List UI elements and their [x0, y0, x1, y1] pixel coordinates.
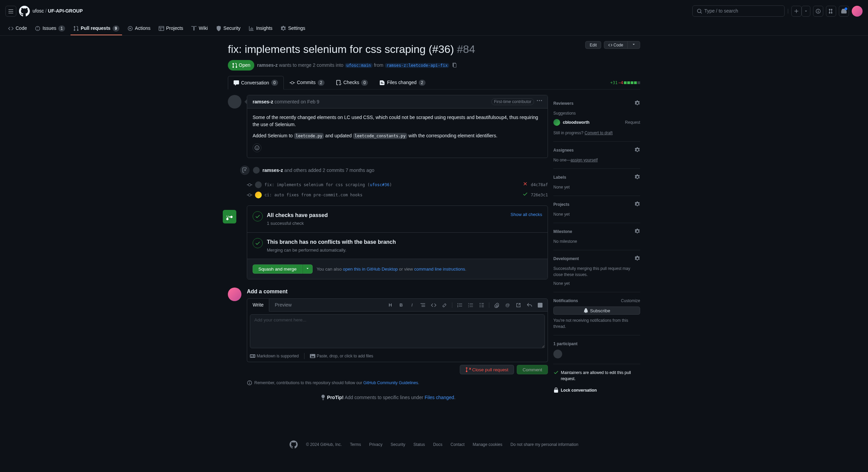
labels-gear[interactable] [635, 174, 640, 181]
comment-menu-button[interactable] [537, 98, 542, 105]
commit-sha-link[interactable]: 726e3c1 [531, 192, 548, 198]
merge-method-caret[interactable] [302, 264, 313, 274]
commit-sha-link[interactable]: d4c78af [531, 182, 548, 188]
pusher-link[interactable]: ramses-z [262, 168, 283, 173]
comment-textarea[interactable] [250, 314, 545, 348]
tab-code[interactable]: Code [5, 22, 29, 35]
assign-yourself-link[interactable]: assign yourself [571, 158, 598, 162]
assignees-gear[interactable] [635, 147, 640, 154]
participant-avatar[interactable] [553, 350, 562, 358]
comment-author-link[interactable]: ramses-z [253, 99, 273, 104]
editor-tab-write[interactable]: Write [247, 299, 269, 312]
files-changed-link[interactable]: Files changed [425, 395, 454, 400]
suggestion-user-link[interactable]: cbloodsworth [563, 119, 590, 125]
numbered-list-button[interactable] [455, 300, 465, 310]
customize-link[interactable]: Customize [621, 298, 640, 304]
issues-button[interactable] [813, 6, 823, 17]
quote-button[interactable] [418, 300, 428, 310]
repo-link[interactable]: UF-API-GROUP [48, 7, 83, 15]
tab-pulls[interactable]: Pull requests 9 [71, 22, 122, 35]
heading-button[interactable]: H [386, 300, 395, 310]
commit-avatar[interactable] [255, 192, 262, 198]
reaction-button[interactable] [253, 143, 261, 152]
footer-security[interactable]: Security [391, 441, 405, 448]
code-format-button[interactable] [429, 300, 438, 310]
form-avatar[interactable] [228, 288, 241, 301]
cross-reference-button[interactable] [514, 300, 523, 310]
create-button[interactable] [791, 6, 802, 17]
guidelines-link[interactable]: GitHub Community Guidelines [363, 380, 418, 385]
markdown-link[interactable]: Markdown is supported [257, 353, 299, 359]
link-button[interactable] [440, 300, 449, 310]
suggestion-avatar[interactable] [553, 119, 560, 126]
bold-button[interactable]: B [396, 300, 406, 310]
convert-draft-link[interactable]: Convert to draft [585, 131, 613, 135]
push-date-link[interactable]: 7 months ago [346, 168, 374, 173]
milestone-gear[interactable] [635, 229, 640, 236]
tab-security[interactable]: Security [213, 22, 243, 35]
notifications-button[interactable] [839, 6, 849, 17]
commit-message[interactable]: ci: auto fixes from pre-commit.com hooks [264, 192, 520, 198]
pr-author-link[interactable]: ramses-z [257, 62, 278, 68]
base-branch[interactable]: ufosc:main [345, 63, 373, 68]
task-list-button[interactable] [477, 300, 486, 310]
copy-icon[interactable] [452, 62, 457, 68]
search-input[interactable]: Type / to search [692, 5, 785, 17]
pusher-avatar[interactable] [253, 167, 260, 174]
commit-status-pass[interactable] [522, 191, 528, 199]
mention-button[interactable]: @ [503, 300, 512, 310]
commit-message[interactable]: fix: implements selenium for css scrapin… [264, 182, 520, 188]
tab-commits[interactable]: Commits 2 [284, 76, 330, 89]
squash-merge-button[interactable]: Squash and merge [253, 264, 302, 274]
user-avatar[interactable] [852, 6, 863, 17]
tab-checks[interactable]: Checks 0 [330, 76, 374, 89]
tab-files[interactable]: Files changed 2 [374, 76, 431, 89]
tab-projects[interactable]: Projects [156, 22, 186, 35]
open-desktop-link[interactable]: open this in GitHub Desktop [343, 267, 398, 272]
footer-terms[interactable]: Terms [350, 441, 361, 448]
footer-docs[interactable]: Docs [433, 441, 442, 448]
github-logo[interactable] [19, 6, 30, 17]
footer-privacy[interactable]: Privacy [369, 441, 382, 448]
italic-button[interactable]: I [407, 300, 417, 310]
code-button[interactable]: Code [604, 41, 628, 49]
comment-avatar[interactable] [228, 95, 241, 109]
footer-status[interactable]: Status [413, 441, 425, 448]
footer-cookies[interactable]: Manage cookies [473, 441, 502, 448]
unordered-list-button[interactable] [466, 300, 475, 310]
commit-avatar[interactable] [255, 181, 262, 188]
github-logo-footer[interactable] [290, 440, 298, 449]
comment-date-link[interactable]: on Feb 9 [301, 99, 319, 104]
suggestion-button[interactable] [535, 300, 545, 310]
cli-instructions-link[interactable]: command line instructions [414, 267, 465, 272]
pulls-button[interactable] [826, 6, 836, 17]
comment-button[interactable]: Comment [517, 365, 548, 374]
create-caret[interactable] [802, 6, 810, 17]
tab-wiki[interactable]: Wiki [189, 22, 210, 35]
hamburger-button[interactable] [5, 6, 16, 17]
subscribe-button[interactable]: Subscribe [553, 307, 640, 315]
tab-settings[interactable]: Settings [278, 22, 308, 35]
tab-issues[interactable]: Issues 1 [32, 22, 67, 35]
attach-button[interactable] [492, 300, 501, 310]
close-pr-button[interactable]: Close pull request [460, 365, 514, 374]
tab-actions[interactable]: Actions [125, 22, 153, 35]
tab-insights[interactable]: Insights [246, 22, 275, 35]
owner-link[interactable]: ufosc [33, 7, 44, 15]
code-caret[interactable] [628, 41, 640, 49]
lock-conversation-link[interactable]: Lock conversation [553, 387, 640, 393]
tab-conversation[interactable]: Conversation 0 [228, 76, 284, 90]
editor-tab-preview[interactable]: Preview [269, 299, 297, 311]
reply-button[interactable] [525, 300, 534, 310]
projects-gear[interactable] [635, 201, 640, 209]
head-branch[interactable]: ramses-z:leetcode-api-fix [385, 63, 450, 68]
edit-button[interactable]: Edit [585, 41, 601, 49]
request-review-link[interactable]: Request [625, 119, 640, 125]
reviewers-gear[interactable] [635, 100, 640, 107]
footer-dnsmpi[interactable]: Do not share my personal information [510, 441, 578, 448]
development-gear[interactable] [635, 256, 640, 263]
show-all-checks-link[interactable]: Show all checks [511, 211, 542, 227]
upload-files-button[interactable]: Paste, drop, or click to add files [310, 353, 373, 359]
footer-contact[interactable]: Contact [451, 441, 465, 448]
commit-status-fail[interactable] [522, 181, 528, 189]
